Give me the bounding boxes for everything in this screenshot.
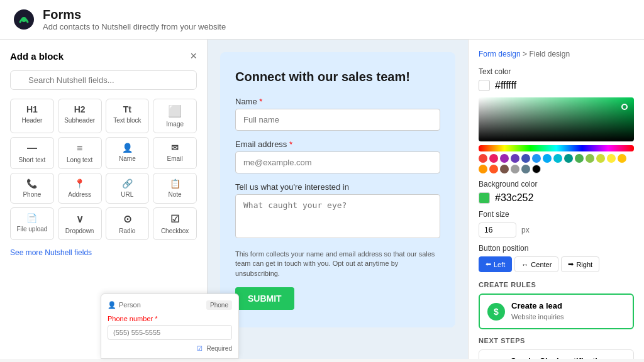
swatch-black[interactable] <box>532 165 541 173</box>
email-label: Email address * <box>235 140 440 149</box>
swatch-bluegrey[interactable] <box>521 165 530 173</box>
submit-button[interactable]: SUBMIT <box>235 287 294 310</box>
block-email[interactable]: ✉ Email <box>153 137 197 169</box>
block-checkbox[interactable]: ☑ Checkbox <box>153 207 197 240</box>
swatch-yellow[interactable] <box>607 154 616 163</box>
block-address[interactable]: 📍 Address <box>58 173 102 204</box>
close-panel-button[interactable]: × <box>190 50 197 63</box>
block-h1[interactable]: H1 Header <box>10 99 54 133</box>
h2-icon: H2 <box>74 104 86 114</box>
position-left-label: Left <box>494 261 505 268</box>
search-input[interactable] <box>10 70 197 90</box>
swatch-grey[interactable] <box>511 165 519 173</box>
swatch-pink[interactable] <box>489 154 498 163</box>
slack-notification-text: Send a Slack notification #sales <box>511 356 608 359</box>
swatch-amber[interactable] <box>618 154 626 163</box>
form-note: This form collects your name and email a… <box>235 250 440 278</box>
block-url-label: URL <box>121 191 133 198</box>
position-left-button[interactable]: ⬅ Left <box>479 256 512 272</box>
block-dropdown[interactable]: ∨ Dropdown <box>58 207 102 240</box>
block-image[interactable]: ⬜ Image <box>153 99 197 133</box>
svg-point-1 <box>21 17 26 22</box>
email-required: * <box>289 140 292 149</box>
swatch-purple[interactable] <box>500 154 509 163</box>
create-lead-subtitle: Website inquiries <box>511 313 564 321</box>
email-input[interactable] <box>235 151 440 173</box>
radio-icon: ⊙ <box>123 213 131 225</box>
swatch-cyan[interactable] <box>553 154 562 163</box>
block-textblock-label: Text block <box>113 117 141 124</box>
phone-icon: 📞 <box>26 178 37 189</box>
text-color-row: #ffffff <box>479 80 634 91</box>
swatch-green[interactable] <box>575 154 584 163</box>
phone-preview-header: 👤Person Phone <box>108 300 232 310</box>
blocks-grid: H1 Header H2 Subheader Tt Text block ⬜ I… <box>10 99 197 240</box>
button-position-group: ⬅ Left ↔ Center ➡ Right <box>479 256 634 272</box>
create-lead-card[interactable]: $ Create a lead Website inquiries <box>479 293 634 329</box>
color-cursor <box>621 104 628 110</box>
form-title: Connect with our sales team! <box>235 70 440 84</box>
block-image-label: Image <box>166 121 184 128</box>
align-left-icon: ⬅ <box>486 260 491 268</box>
interest-label: Tell us what you're interested in <box>235 182 440 192</box>
swatch-red[interactable] <box>479 154 487 163</box>
swatch-blue[interactable] <box>532 154 541 163</box>
color-picker[interactable] <box>479 97 634 173</box>
interest-textarea[interactable] <box>235 194 440 238</box>
block-shorttext[interactable]: — Short text <box>10 137 54 169</box>
block-phone[interactable]: 📞 Phone <box>10 173 54 204</box>
block-textblock[interactable]: Tt Text block <box>106 99 150 133</box>
phone-preview-footer: ☑ Required <box>108 345 232 352</box>
bg-color-row: #33c252 <box>479 192 634 204</box>
swatch-orange[interactable] <box>479 165 487 173</box>
block-name[interactable]: 👤 Name <box>106 137 150 169</box>
font-size-row: px <box>479 222 634 238</box>
block-h2[interactable]: H2 Subheader <box>58 99 102 133</box>
search-wrapper: 🔍 <box>10 70 197 90</box>
bg-color-swatch[interactable] <box>479 192 490 204</box>
panel-header: Add a block × <box>10 50 197 63</box>
block-fileupload[interactable]: 📄 File upload <box>10 207 54 240</box>
app-title: Forms <box>43 8 226 22</box>
block-url[interactable]: 🔗 URL <box>106 173 150 204</box>
header-text: Forms Add contacts to Nutshell directly … <box>43 8 226 31</box>
swatch-brown[interactable] <box>500 165 509 173</box>
text-color-value: #ffffff <box>495 80 516 91</box>
name-label: Name * <box>235 97 440 106</box>
position-center-button[interactable]: ↔ Center <box>514 256 558 272</box>
text-color-swatch[interactable] <box>479 80 490 91</box>
block-longtext[interactable]: ≡ Long text <box>58 137 102 169</box>
phone-mock-input[interactable] <box>108 325 232 340</box>
image-icon: ⬜ <box>168 104 182 118</box>
swatch-teal[interactable] <box>564 154 573 163</box>
block-h1-label: Header <box>21 117 42 124</box>
block-radio[interactable]: ⊙ Radio <box>106 207 150 240</box>
color-gradient[interactable] <box>479 97 634 141</box>
font-size-label: Font size <box>479 210 634 219</box>
swatch-lime[interactable] <box>596 154 605 163</box>
swatch-lightgreen[interactable] <box>586 154 594 163</box>
position-right-button[interactable]: ➡ Right <box>561 256 599 272</box>
position-center-label: Center <box>531 261 552 268</box>
name-input[interactable] <box>235 109 440 131</box>
block-email-label: Email <box>167 155 183 162</box>
phone-field-label: Phone number * <box>108 315 232 322</box>
form-group-interest: Tell us what you're interested in <box>235 182 440 241</box>
swatch-lightblue[interactable] <box>543 154 552 163</box>
block-note[interactable]: 📋 Note <box>153 173 197 204</box>
shorttext-icon: — <box>27 143 37 154</box>
slack-notification-card[interactable]: Send a Slack notification #sales <box>479 349 634 359</box>
dropdown-icon: ∨ <box>76 213 84 225</box>
hue-bar[interactable] <box>479 145 634 151</box>
swatch-deeporange[interactable] <box>489 165 498 173</box>
see-more-fields-link[interactable]: See more Nutshell fields <box>10 248 92 257</box>
h1-icon: H1 <box>26 104 38 114</box>
breadcrumb-parent[interactable]: Form design <box>479 50 521 58</box>
main-content: Add a block × 🔍 H1 Header H2 Subheader T… <box>0 40 644 359</box>
form-container: Connect with our sales team! Name * Emai… <box>220 52 455 327</box>
color-swatches-row <box>479 154 634 173</box>
font-size-input[interactable] <box>479 222 516 238</box>
swatch-indigo[interactable] <box>521 154 530 163</box>
email-icon: ✉ <box>171 143 179 153</box>
swatch-deep-purple[interactable] <box>511 154 519 163</box>
